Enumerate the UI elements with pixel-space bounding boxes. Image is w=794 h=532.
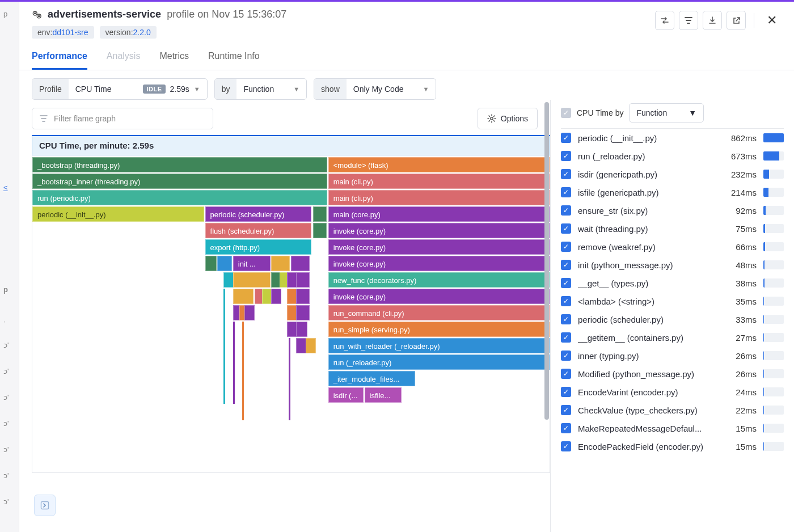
- function-row[interactable]: ✓Modified (python_message.py)26ms: [561, 365, 784, 383]
- flame-frame[interactable]: init ...: [233, 256, 271, 271]
- open-external-icon[interactable]: [727, 11, 746, 30]
- function-checkbox[interactable]: ✓: [561, 351, 571, 361]
- flame-filter-input[interactable]: Filter flame graph: [32, 108, 213, 129]
- flame-frame[interactable]: periodic (__init__.py): [32, 206, 204, 222]
- flame-frame[interactable]: export (http.py): [205, 239, 312, 255]
- scrollbar[interactable]: [542, 102, 550, 532]
- function-row[interactable]: ✓isfile (genericpath.py)214ms: [561, 183, 784, 201]
- download-icon[interactable]: [703, 11, 722, 30]
- function-row[interactable]: ✓periodic (__init__.py)862ms: [561, 129, 784, 147]
- flame-frame[interactable]: _bootstrap (threading.py): [32, 157, 327, 172]
- flame-frame[interactable]: run (periodic.py): [32, 190, 327, 205]
- flame-frame[interactable]: [287, 272, 297, 288]
- flame-frame[interactable]: [313, 206, 327, 222]
- close-button[interactable]: ✕: [762, 11, 782, 30]
- function-checkbox[interactable]: ✓: [561, 133, 571, 143]
- function-row[interactable]: ✓EncodeVarint (encoder.py)24ms: [561, 383, 784, 401]
- tab-analysis[interactable]: Analysis: [107, 51, 141, 70]
- options-button[interactable]: Options: [478, 108, 538, 129]
- flame-frame[interactable]: _bootstrap_inner (threading.py): [32, 174, 327, 189]
- flame-frame[interactable]: main (cli.py): [328, 174, 550, 189]
- function-row[interactable]: ✓remove (weakref.py)66ms: [561, 238, 784, 256]
- flame-frame[interactable]: [306, 338, 316, 353]
- scroll-thumb[interactable]: [544, 102, 549, 420]
- function-row[interactable]: ✓MakeRepeatedMessageDefaul...15ms: [561, 419, 784, 437]
- tab-metrics[interactable]: Metrics: [159, 51, 189, 70]
- function-row[interactable]: ✓ensure_str (six.py)92ms: [561, 201, 784, 219]
- function-row[interactable]: ✓CheckValue (type_checkers.py)22ms: [561, 401, 784, 419]
- flame-frame[interactable]: [296, 272, 310, 288]
- flame-frame[interactable]: [296, 289, 310, 304]
- flame-frame[interactable]: [271, 289, 281, 304]
- side-dropdown[interactable]: Function ▼: [629, 103, 704, 123]
- profile-selector[interactable]: Profile CPU Time IDLE 2.59s ▼: [32, 78, 208, 100]
- function-row[interactable]: ✓__get__ (types.py)38ms: [561, 274, 784, 292]
- flame-frame[interactable]: [217, 256, 232, 271]
- compare-icon[interactable]: [655, 11, 674, 30]
- flame-frame[interactable]: <module> (flask): [328, 157, 550, 172]
- function-row[interactable]: ✓wait (threading.py)75ms: [561, 219, 784, 238]
- flame-frame[interactable]: [233, 289, 254, 304]
- function-checkbox[interactable]: ✓: [561, 423, 571, 433]
- function-checkbox[interactable]: ✓: [561, 314, 571, 324]
- flame-frame[interactable]: _iter_module_files...: [328, 371, 415, 386]
- flame-frame[interactable]: new_func (decorators.py): [328, 272, 550, 288]
- show-selector[interactable]: show Only My Code▼: [314, 78, 436, 100]
- flame-frame[interactable]: flush (scheduler.py): [205, 223, 312, 238]
- flame-frame[interactable]: [296, 338, 306, 353]
- function-row[interactable]: ✓__getitem__ (containers.py)27ms: [561, 328, 784, 347]
- function-checkbox[interactable]: ✓: [561, 169, 571, 179]
- flame-frame[interactable]: [271, 256, 290, 271]
- function-row[interactable]: ✓periodic (scheduler.py)33ms: [561, 310, 784, 328]
- flame-frame[interactable]: isdir (...: [328, 387, 364, 403]
- env-tag[interactable]: env:dd101-sre: [32, 26, 94, 39]
- function-checkbox[interactable]: ✓: [561, 387, 571, 397]
- function-checkbox[interactable]: ✓: [561, 205, 571, 216]
- flame-frame[interactable]: periodic (scheduler.py): [205, 206, 312, 222]
- flame-frame[interactable]: invoke (core.py): [328, 256, 550, 271]
- filter-lines-icon[interactable]: [679, 11, 698, 30]
- function-checkbox[interactable]: ✓: [561, 332, 571, 343]
- function-row[interactable]: ✓EncodePackedField (encoder.py)15ms: [561, 437, 784, 455]
- function-row[interactable]: ✓inner (typing.py)26ms: [561, 347, 784, 365]
- function-checkbox[interactable]: ✓: [561, 369, 571, 379]
- select-all-checkbox[interactable]: ✓: [561, 108, 571, 118]
- function-checkbox[interactable]: ✓: [561, 405, 571, 415]
- flame-frame[interactable]: isfile...: [365, 387, 402, 403]
- flame-frame[interactable]: [244, 305, 255, 320]
- version-tag[interactable]: version:2.2.0: [100, 26, 157, 39]
- flame-frame[interactable]: [287, 322, 297, 337]
- function-checkbox[interactable]: ✓: [561, 187, 571, 197]
- by-selector[interactable]: by Function▼: [214, 78, 307, 100]
- expand-button[interactable]: [34, 495, 56, 516]
- function-checkbox[interactable]: ✓: [561, 151, 571, 161]
- flame-frame[interactable]: invoke (core.py): [328, 223, 550, 238]
- flame-frame[interactable]: [296, 305, 310, 320]
- flame-frame[interactable]: run_command (cli.py): [328, 305, 550, 320]
- function-checkbox[interactable]: ✓: [561, 296, 571, 306]
- function-checkbox[interactable]: ✓: [561, 223, 571, 234]
- tab-performance[interactable]: Performance: [32, 51, 87, 70]
- flame-frame[interactable]: [287, 289, 297, 304]
- flame-frame[interactable]: [262, 289, 272, 304]
- function-row[interactable]: ✓<lambda> (<string>)35ms: [561, 292, 784, 310]
- flame-frame[interactable]: invoke (core.py): [328, 239, 550, 255]
- flame-frame[interactable]: [223, 272, 234, 288]
- function-row[interactable]: ✓init (python_message.py)48ms: [561, 256, 784, 274]
- function-checkbox[interactable]: ✓: [561, 260, 571, 270]
- flame-frame[interactable]: [291, 256, 310, 271]
- function-checkbox[interactable]: ✓: [561, 242, 571, 252]
- function-row[interactable]: ✓run (_reloader.py)673ms: [561, 147, 784, 165]
- flame-frame[interactable]: run_simple (serving.py): [328, 322, 550, 337]
- flame-frame[interactable]: invoke (core.py): [328, 289, 550, 304]
- flame-frame[interactable]: main (cli.py): [328, 190, 550, 205]
- flame-frame[interactable]: [296, 322, 307, 337]
- function-checkbox[interactable]: ✓: [561, 278, 571, 288]
- function-checkbox[interactable]: ✓: [561, 441, 571, 451]
- flame-frame[interactable]: [313, 223, 327, 238]
- function-row[interactable]: ✓isdir (genericpath.py)232ms: [561, 165, 784, 183]
- flame-frame[interactable]: [287, 305, 297, 320]
- flame-frame[interactable]: [205, 256, 217, 271]
- flame-frame[interactable]: [233, 272, 271, 288]
- flame-frame[interactable]: run (_reloader.py): [328, 354, 550, 370]
